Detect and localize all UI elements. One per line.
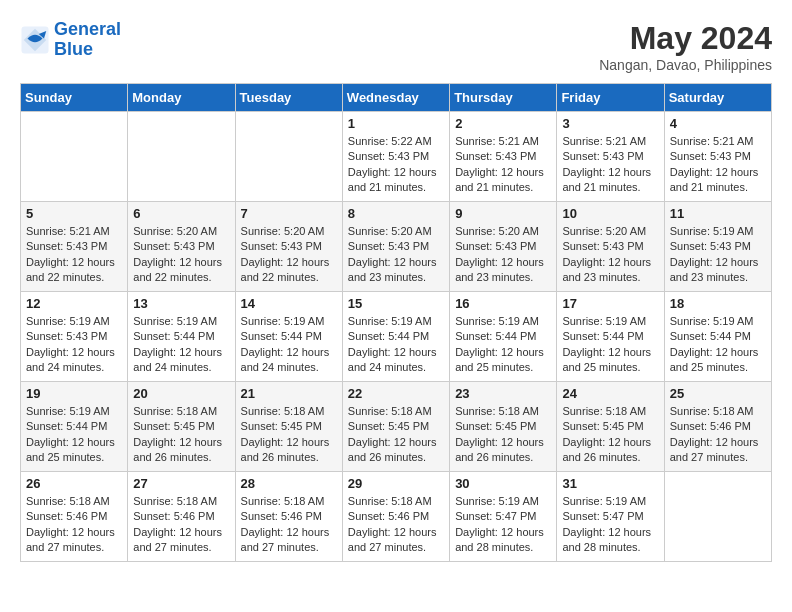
day-header-monday: Monday [128, 84, 235, 112]
logo-line2: Blue [54, 39, 93, 59]
day-cell: 30Sunrise: 5:19 AM Sunset: 5:47 PM Dayli… [450, 472, 557, 562]
day-number: 28 [241, 476, 337, 491]
day-cell: 13Sunrise: 5:19 AM Sunset: 5:44 PM Dayli… [128, 292, 235, 382]
day-number: 3 [562, 116, 658, 131]
calendar-table: SundayMondayTuesdayWednesdayThursdayFrid… [20, 83, 772, 562]
day-number: 23 [455, 386, 551, 401]
day-number: 1 [348, 116, 444, 131]
day-number: 19 [26, 386, 122, 401]
day-number: 29 [348, 476, 444, 491]
day-number: 4 [670, 116, 766, 131]
day-cell: 3Sunrise: 5:21 AM Sunset: 5:43 PM Daylig… [557, 112, 664, 202]
day-number: 18 [670, 296, 766, 311]
day-cell: 9Sunrise: 5:20 AM Sunset: 5:43 PM Daylig… [450, 202, 557, 292]
day-header-wednesday: Wednesday [342, 84, 449, 112]
day-info: Sunrise: 5:20 AM Sunset: 5:43 PM Dayligh… [241, 224, 337, 286]
logo-text: General Blue [54, 20, 121, 60]
day-number: 31 [562, 476, 658, 491]
logo-icon [20, 25, 50, 55]
day-cell: 20Sunrise: 5:18 AM Sunset: 5:45 PM Dayli… [128, 382, 235, 472]
day-header-thursday: Thursday [450, 84, 557, 112]
day-info: Sunrise: 5:18 AM Sunset: 5:46 PM Dayligh… [348, 494, 444, 556]
day-info: Sunrise: 5:18 AM Sunset: 5:45 PM Dayligh… [455, 404, 551, 466]
day-header-sunday: Sunday [21, 84, 128, 112]
day-cell: 1Sunrise: 5:22 AM Sunset: 5:43 PM Daylig… [342, 112, 449, 202]
day-cell: 11Sunrise: 5:19 AM Sunset: 5:43 PM Dayli… [664, 202, 771, 292]
title-block: May 2024 Nangan, Davao, Philippines [599, 20, 772, 73]
day-number: 30 [455, 476, 551, 491]
day-number: 10 [562, 206, 658, 221]
header-row: SundayMondayTuesdayWednesdayThursdayFrid… [21, 84, 772, 112]
day-cell [21, 112, 128, 202]
day-info: Sunrise: 5:19 AM Sunset: 5:44 PM Dayligh… [348, 314, 444, 376]
day-info: Sunrise: 5:18 AM Sunset: 5:46 PM Dayligh… [241, 494, 337, 556]
day-cell [664, 472, 771, 562]
day-number: 11 [670, 206, 766, 221]
day-cell: 16Sunrise: 5:19 AM Sunset: 5:44 PM Dayli… [450, 292, 557, 382]
day-cell: 23Sunrise: 5:18 AM Sunset: 5:45 PM Dayli… [450, 382, 557, 472]
day-number: 27 [133, 476, 229, 491]
location: Nangan, Davao, Philippines [599, 57, 772, 73]
week-row-1: 1Sunrise: 5:22 AM Sunset: 5:43 PM Daylig… [21, 112, 772, 202]
day-info: Sunrise: 5:18 AM Sunset: 5:45 PM Dayligh… [241, 404, 337, 466]
day-info: Sunrise: 5:19 AM Sunset: 5:44 PM Dayligh… [241, 314, 337, 376]
day-info: Sunrise: 5:19 AM Sunset: 5:43 PM Dayligh… [670, 224, 766, 286]
day-info: Sunrise: 5:21 AM Sunset: 5:43 PM Dayligh… [26, 224, 122, 286]
week-row-3: 12Sunrise: 5:19 AM Sunset: 5:43 PM Dayli… [21, 292, 772, 382]
month-title: May 2024 [599, 20, 772, 57]
day-cell: 21Sunrise: 5:18 AM Sunset: 5:45 PM Dayli… [235, 382, 342, 472]
day-cell [235, 112, 342, 202]
day-cell: 22Sunrise: 5:18 AM Sunset: 5:45 PM Dayli… [342, 382, 449, 472]
day-number: 25 [670, 386, 766, 401]
day-cell: 5Sunrise: 5:21 AM Sunset: 5:43 PM Daylig… [21, 202, 128, 292]
day-cell: 28Sunrise: 5:18 AM Sunset: 5:46 PM Dayli… [235, 472, 342, 562]
day-info: Sunrise: 5:19 AM Sunset: 5:44 PM Dayligh… [455, 314, 551, 376]
day-info: Sunrise: 5:20 AM Sunset: 5:43 PM Dayligh… [455, 224, 551, 286]
day-number: 22 [348, 386, 444, 401]
day-header-saturday: Saturday [664, 84, 771, 112]
day-info: Sunrise: 5:21 AM Sunset: 5:43 PM Dayligh… [670, 134, 766, 196]
day-number: 16 [455, 296, 551, 311]
week-row-5: 26Sunrise: 5:18 AM Sunset: 5:46 PM Dayli… [21, 472, 772, 562]
page-header: General Blue May 2024 Nangan, Davao, Phi… [20, 20, 772, 73]
day-info: Sunrise: 5:18 AM Sunset: 5:45 PM Dayligh… [562, 404, 658, 466]
day-cell: 12Sunrise: 5:19 AM Sunset: 5:43 PM Dayli… [21, 292, 128, 382]
day-number: 7 [241, 206, 337, 221]
day-cell: 27Sunrise: 5:18 AM Sunset: 5:46 PM Dayli… [128, 472, 235, 562]
day-number: 8 [348, 206, 444, 221]
day-info: Sunrise: 5:18 AM Sunset: 5:45 PM Dayligh… [348, 404, 444, 466]
day-info: Sunrise: 5:21 AM Sunset: 5:43 PM Dayligh… [562, 134, 658, 196]
day-info: Sunrise: 5:20 AM Sunset: 5:43 PM Dayligh… [133, 224, 229, 286]
day-number: 24 [562, 386, 658, 401]
day-number: 20 [133, 386, 229, 401]
day-number: 13 [133, 296, 229, 311]
day-cell: 14Sunrise: 5:19 AM Sunset: 5:44 PM Dayli… [235, 292, 342, 382]
day-info: Sunrise: 5:20 AM Sunset: 5:43 PM Dayligh… [348, 224, 444, 286]
day-number: 2 [455, 116, 551, 131]
day-info: Sunrise: 5:20 AM Sunset: 5:43 PM Dayligh… [562, 224, 658, 286]
day-cell [128, 112, 235, 202]
day-number: 17 [562, 296, 658, 311]
week-row-2: 5Sunrise: 5:21 AM Sunset: 5:43 PM Daylig… [21, 202, 772, 292]
day-cell: 2Sunrise: 5:21 AM Sunset: 5:43 PM Daylig… [450, 112, 557, 202]
day-cell: 17Sunrise: 5:19 AM Sunset: 5:44 PM Dayli… [557, 292, 664, 382]
day-number: 26 [26, 476, 122, 491]
day-number: 15 [348, 296, 444, 311]
day-info: Sunrise: 5:19 AM Sunset: 5:44 PM Dayligh… [133, 314, 229, 376]
day-cell: 18Sunrise: 5:19 AM Sunset: 5:44 PM Dayli… [664, 292, 771, 382]
day-cell: 15Sunrise: 5:19 AM Sunset: 5:44 PM Dayli… [342, 292, 449, 382]
day-info: Sunrise: 5:18 AM Sunset: 5:46 PM Dayligh… [26, 494, 122, 556]
day-cell: 25Sunrise: 5:18 AM Sunset: 5:46 PM Dayli… [664, 382, 771, 472]
day-info: Sunrise: 5:19 AM Sunset: 5:44 PM Dayligh… [562, 314, 658, 376]
day-number: 6 [133, 206, 229, 221]
day-info: Sunrise: 5:21 AM Sunset: 5:43 PM Dayligh… [455, 134, 551, 196]
day-number: 14 [241, 296, 337, 311]
day-info: Sunrise: 5:19 AM Sunset: 5:44 PM Dayligh… [26, 404, 122, 466]
logo: General Blue [20, 20, 121, 60]
day-info: Sunrise: 5:18 AM Sunset: 5:46 PM Dayligh… [670, 404, 766, 466]
day-cell: 24Sunrise: 5:18 AM Sunset: 5:45 PM Dayli… [557, 382, 664, 472]
week-row-4: 19Sunrise: 5:19 AM Sunset: 5:44 PM Dayli… [21, 382, 772, 472]
day-info: Sunrise: 5:19 AM Sunset: 5:47 PM Dayligh… [455, 494, 551, 556]
day-info: Sunrise: 5:19 AM Sunset: 5:43 PM Dayligh… [26, 314, 122, 376]
day-info: Sunrise: 5:18 AM Sunset: 5:45 PM Dayligh… [133, 404, 229, 466]
